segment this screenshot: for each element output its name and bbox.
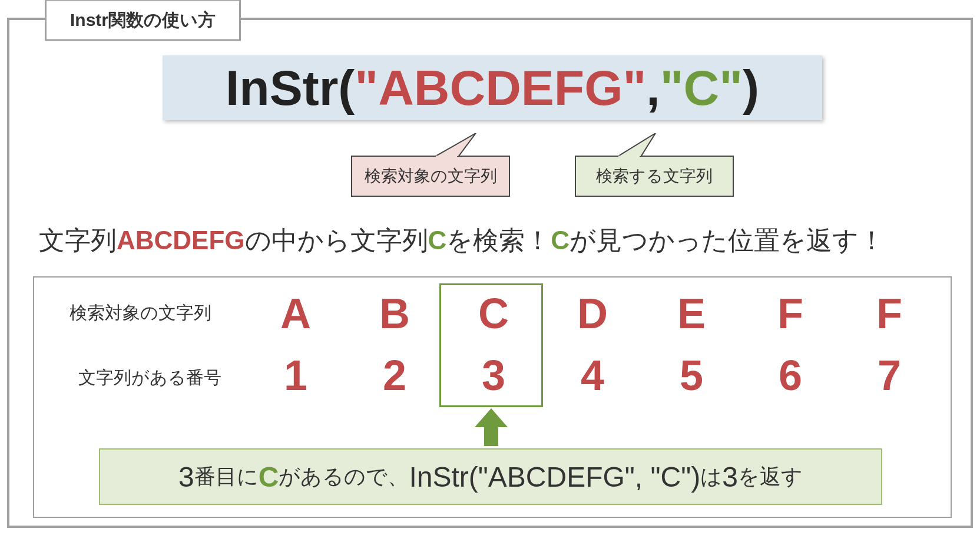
- code-arg1-open: ": [355, 60, 378, 117]
- letter-cell: C: [444, 289, 543, 338]
- explain-t3: を検索！: [446, 226, 551, 255]
- callout-2-text: 検索する文字列: [596, 165, 713, 187]
- row-label-letters: 検索対象の文字列: [69, 301, 211, 325]
- number-cell: 7: [840, 351, 939, 399]
- letters-row: A B C D E F F: [246, 289, 939, 338]
- diagram-title: Instr関数の使い方: [45, 0, 241, 41]
- result-t1: 番目に: [194, 463, 259, 491]
- svg-marker-4: [475, 408, 508, 446]
- letter-cell: B: [345, 289, 444, 338]
- numbers-row: 1 2 3 4 5 6 7: [246, 351, 939, 399]
- explanation-line: 文字列ABCDEFGの中から文字列Cを検索！Cが見つかった位置を返す！: [39, 223, 885, 258]
- explain-t4: が見つかった位置を返す！: [570, 226, 885, 255]
- letter-cell: E: [642, 289, 741, 338]
- code-arg2-close: ": [719, 60, 743, 117]
- explain-green2: C: [551, 226, 570, 255]
- explain-t1: 文字列: [39, 226, 117, 255]
- number-cell: 4: [543, 351, 642, 399]
- callout-target-string: 検索対象の文字列: [351, 156, 510, 197]
- code-end: ): [743, 60, 759, 117]
- number-cell: 3: [444, 351, 543, 399]
- code-arg2-open: ": [660, 60, 684, 117]
- result-t2: があるので、: [279, 463, 409, 491]
- result-num1: 3: [178, 461, 194, 493]
- explain-red1: ABCDEFG: [117, 226, 245, 255]
- code-fn: InStr(: [226, 60, 355, 117]
- svg-marker-0: [435, 133, 476, 157]
- code-arg2: C: [683, 60, 719, 117]
- result-t3: は: [700, 463, 722, 491]
- explain-green1: C: [428, 226, 447, 255]
- explain-t2: の中から文字列: [245, 226, 428, 255]
- arrow-up-icon: [475, 408, 508, 446]
- example-panel: 検索対象の文字列 文字列がある番号 A B C D E F F 1 2 3 4 …: [33, 276, 952, 518]
- letter-cell: F: [741, 289, 840, 338]
- letter-cell: F: [840, 289, 939, 338]
- callout-search-string: 検索する文字列: [575, 156, 734, 197]
- number-cell: 6: [741, 351, 840, 399]
- diagram-frame: Instr関数の使い方 InStr("ABCDEFG", "C") 検索対象の文…: [7, 18, 973, 528]
- result-t4: を返す: [738, 463, 803, 491]
- code-arg1: ABCDEFG: [378, 60, 623, 117]
- row-label-numbers: 文字列がある番号: [78, 366, 221, 390]
- number-cell: 2: [345, 351, 444, 399]
- letter-cell: A: [246, 289, 345, 338]
- letter-cell: D: [543, 289, 642, 338]
- callout-pointer-icon: [600, 133, 658, 157]
- code-sep: ,: [646, 60, 660, 117]
- number-cell: 1: [246, 351, 345, 399]
- code-arg1-close: ": [623, 60, 646, 117]
- code-expression: InStr("ABCDEFG", "C"): [163, 55, 822, 120]
- callout-1-text: 検索対象の文字列: [365, 165, 497, 187]
- svg-marker-2: [617, 133, 655, 157]
- result-c: C: [259, 461, 279, 493]
- callout-pointer-icon: [435, 133, 482, 157]
- number-cell: 5: [642, 351, 741, 399]
- result-expr: InStr("ABCDEFG", "C"): [409, 461, 700, 493]
- result-num2: 3: [722, 461, 738, 493]
- result-statement: 3番目にCがあるので、InStr("ABCDEFG", "C")は3を返す: [99, 448, 882, 505]
